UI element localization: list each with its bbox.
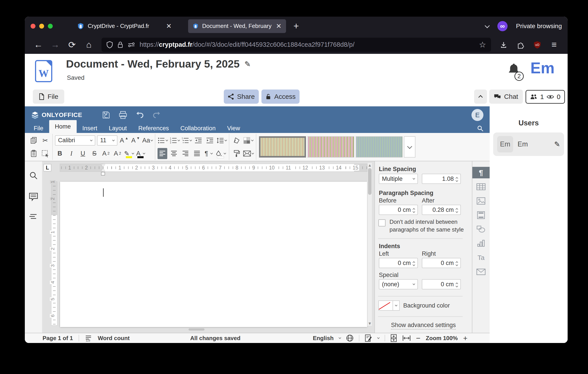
bookmark-star-icon[interactable]: ☆ [479, 40, 486, 49]
numbered-list-button[interactable]: 123 [169, 135, 180, 146]
align-center-button[interactable] [169, 148, 179, 159]
align-left-button[interactable] [158, 148, 167, 159]
language-chevron-icon[interactable] [338, 336, 341, 339]
editor-user-avatar[interactable]: E [472, 109, 483, 121]
edit-user-pencil-icon[interactable]: ✎ [554, 140, 560, 148]
underline-button[interactable]: U [78, 148, 88, 159]
bullet-list-button[interactable] [158, 135, 168, 146]
track-changes-icon[interactable] [365, 334, 372, 342]
justify-button[interactable] [192, 148, 202, 159]
background-color-dropdown[interactable] [393, 301, 400, 311]
text-art-settings-icon[interactable]: Ta [472, 252, 490, 264]
tab-cryptdrive[interactable]: CryptDrive - CryptPad.fr ✕ [73, 19, 176, 33]
strikethrough-button[interactable]: S [90, 148, 99, 159]
font-name-select[interactable]: Calibri [55, 135, 95, 145]
navigation-headings-icon[interactable] [29, 214, 38, 220]
line-spacing-select[interactable]: Multiple [379, 174, 418, 184]
print-button[interactable] [117, 109, 129, 121]
collapse-toolbar-button[interactable] [474, 90, 487, 104]
decrease-font-size-button[interactable]: A▼ [131, 135, 140, 146]
image-settings-icon[interactable] [472, 195, 490, 207]
hanging-indent-marker[interactable] [101, 168, 105, 171]
shape-settings-icon[interactable] [472, 223, 490, 235]
select-all-button[interactable] [40, 148, 50, 159]
menu-file[interactable]: File [28, 124, 49, 133]
chart-settings-icon[interactable] [472, 238, 490, 249]
paste-button[interactable] [29, 148, 39, 159]
change-case-button[interactable]: Aa [142, 135, 153, 146]
notifications-bell[interactable]: 2 [507, 63, 520, 76]
forward-button[interactable]: → [48, 38, 62, 52]
paragraph-shading-button[interactable] [215, 148, 226, 159]
copy-style-button[interactable] [231, 148, 241, 159]
minimize-window-button[interactable] [39, 24, 44, 29]
indent-left-spinner[interactable]: 0 cm [379, 258, 418, 268]
decrease-indent-button[interactable] [193, 135, 203, 146]
multilevel-list-button[interactable]: 1 [181, 135, 192, 146]
indent-right-spinner[interactable]: 0 cm [422, 258, 461, 268]
zoom-in-button[interactable]: + [463, 334, 467, 343]
special-amount-spinner[interactable]: 0 cm [422, 279, 461, 289]
vertical-scroll-thumb[interactable] [368, 168, 372, 195]
background-color-swatch[interactable] [378, 301, 393, 311]
increase-indent-button[interactable] [205, 135, 215, 146]
account-avatar[interactable]: Em [530, 59, 555, 77]
line-spacing-button[interactable] [216, 135, 227, 146]
superscript-button[interactable]: A2 [101, 148, 111, 159]
lock-icon[interactable] [117, 41, 123, 48]
new-tab-button[interactable]: + [294, 21, 299, 31]
chat-button[interactable]: Chat [489, 90, 523, 104]
document-title-text[interactable]: Document - Wed, February 5, 2025 [66, 58, 240, 70]
spellcheck-globe-icon[interactable] [346, 334, 354, 342]
subscript-button[interactable]: A2 [113, 148, 122, 159]
scroll-up-arrow[interactable]: ▲ [368, 163, 372, 168]
tab-document-active[interactable]: Document - Wed, February 5, 2 ✕ [188, 19, 286, 33]
file-menu-button[interactable]: File [33, 90, 64, 104]
edit-title-pencil-icon[interactable]: ✎ [244, 60, 251, 68]
participants-counter[interactable]: 1 0 [525, 90, 565, 104]
comments-panel-icon[interactable] [29, 192, 38, 201]
menu-layout[interactable]: Layout [103, 124, 133, 133]
italic-button[interactable]: I [66, 148, 76, 159]
copy-button[interactable] [29, 135, 39, 146]
url-bar[interactable]: https://cryptpad.fr/doc/#/3/doc/edit/ff0… [102, 38, 491, 52]
styles-gallery-expand-button[interactable] [404, 136, 415, 157]
interval-checkbox[interactable] [378, 219, 386, 227]
zoom-level[interactable]: Zoom 100% [426, 335, 458, 342]
close-window-button[interactable] [31, 24, 35, 29]
shading-color-button[interactable] [243, 135, 253, 146]
bold-button[interactable]: B [55, 148, 65, 159]
horizontal-ruler[interactable]: 21123456789101112131415 [60, 164, 367, 171]
shield-permissions-icon[interactable] [106, 41, 113, 49]
spacing-before-spinner[interactable]: 0 cm [379, 205, 418, 215]
undo-button[interactable] [134, 109, 146, 121]
cut-button[interactable]: ✂ [40, 135, 50, 146]
user-list-item[interactable]: Em Em ✎ [493, 133, 564, 156]
left-indent-box-marker[interactable] [101, 172, 105, 176]
nonprinting-characters-button[interactable]: ¶ [204, 148, 213, 159]
tab-close-icon[interactable]: ✕ [166, 22, 171, 30]
maximize-window-button[interactable] [48, 24, 53, 29]
vertical-ruler[interactable]: 21123456 [51, 182, 57, 325]
word-count-button[interactable]: Word count [98, 335, 130, 342]
vertical-scrollbar[interactable]: ▲ ▼ [367, 163, 372, 326]
page-indicator[interactable]: Page 1 of 1 [42, 335, 73, 342]
paragraph-settings-tab-icon[interactable]: ¶ [472, 167, 490, 178]
menu-references[interactable]: References [133, 124, 175, 133]
extensions-puzzle-icon[interactable] [514, 38, 527, 52]
table-settings-icon[interactable] [472, 181, 490, 193]
spacing-after-spinner[interactable]: 0.28 cm [422, 205, 461, 215]
menu-view[interactable]: View [221, 124, 246, 133]
access-button[interactable]: Access [262, 90, 300, 104]
back-button[interactable]: ← [32, 38, 45, 52]
style-preview-normal[interactable] [259, 136, 306, 157]
interval-checkbox-label[interactable]: Don't add interval between paragraphs of… [389, 218, 466, 234]
document-page[interactable] [60, 182, 367, 327]
horizontal-scroll-thumb[interactable] [189, 328, 204, 331]
list-tabs-chevron-icon[interactable] [485, 23, 490, 28]
first-line-indent-marker[interactable] [101, 164, 105, 167]
document-canvas[interactable]: L 21123456789101112131415 21123456 [42, 161, 374, 333]
tab-close-icon[interactable]: ✕ [276, 22, 281, 30]
home-button[interactable]: ⌂ [82, 38, 96, 52]
downloads-icon[interactable] [497, 38, 510, 52]
